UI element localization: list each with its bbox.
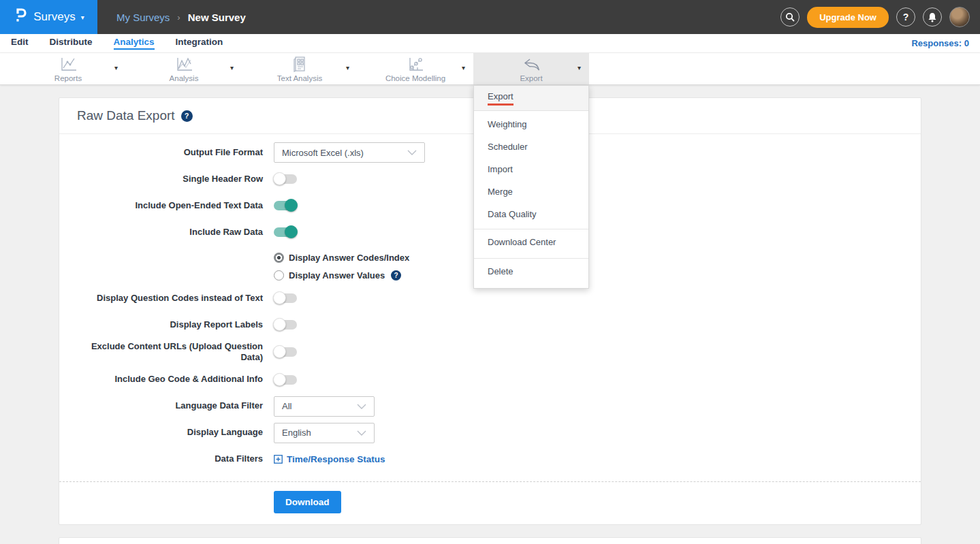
field-label: Display Question Codes instead of Text (77, 293, 263, 304)
chevron-down-icon (357, 430, 366, 436)
chevron-down-icon (357, 404, 366, 409)
radio-button-checked (274, 253, 284, 263)
display-language-row: Display Language English (77, 423, 903, 443)
export-arrow-icon (521, 56, 541, 74)
chevron-down-icon: ▾ (81, 14, 84, 21)
breadcrumb-separator: › (177, 12, 180, 22)
user-avatar[interactable] (949, 7, 970, 27)
field-label: Single Header Row (77, 174, 263, 185)
toggle-knob (273, 172, 286, 185)
page-title: Raw Data Export (77, 108, 175, 123)
question-codes-row: Display Question Codes instead of Text (77, 288, 903, 308)
menu-item-data-quality[interactable]: Data Quality (474, 203, 588, 225)
chevron-down-icon[interactable]: ▾ (230, 64, 234, 71)
display-language-select[interactable]: English (274, 423, 375, 443)
download-button[interactable]: Download (274, 491, 341, 513)
toolbar-label: Text Analysis (277, 74, 322, 82)
language-filter-row: Language Data Filter All (77, 396, 903, 417)
report-labels-row: Display Report Labels (77, 315, 903, 335)
field-label: Data Filters (77, 453, 263, 464)
questionpro-logo-icon (13, 7, 28, 27)
survey-subnav: Edit Distribute Analytics Integration Re… (0, 34, 980, 53)
menu-item-weighting[interactable]: Weighting (474, 113, 588, 135)
card-footer: Download (59, 481, 921, 524)
toggle-knob (285, 225, 298, 238)
responses-count: Responses: 0 (911, 38, 969, 48)
field-label: Output File Format (77, 147, 263, 158)
menu-item-export[interactable]: Export (474, 86, 588, 111)
question-codes-toggle[interactable] (274, 293, 297, 303)
select-value: All (282, 401, 291, 411)
plus-square-icon (274, 455, 283, 464)
help-icon[interactable]: ? (896, 7, 915, 27)
output-format-select[interactable]: Microsoft Excel (.xls) (274, 142, 425, 163)
geo-code-row: Include Geo Code & Additional Info (77, 370, 903, 390)
menu-item-import[interactable]: Import (474, 158, 588, 180)
chevron-down-icon[interactable]: ▾ (346, 64, 349, 71)
toolbar-label: Export (520, 74, 542, 82)
select-value: English (282, 428, 311, 438)
field-label: Include Geo Code & Additional Info (77, 374, 263, 385)
help-icon[interactable]: ? (181, 110, 193, 122)
geo-code-toggle[interactable] (274, 375, 297, 385)
toggle-knob (273, 291, 286, 304)
notifications-bell-icon[interactable] (923, 7, 942, 27)
document-grid-icon (289, 56, 310, 74)
export-dropdown-menu: Export Weighting Scheduler Import Merge … (473, 85, 589, 289)
scatter-trend-icon (405, 56, 426, 74)
product-switcher[interactable]: Surveys ▾ (0, 0, 97, 34)
menu-item-merge[interactable]: Merge (474, 180, 588, 203)
chevron-down-icon[interactable]: ▾ (578, 64, 581, 71)
area-chart-icon (174, 56, 194, 74)
upgrade-now-button[interactable]: Upgrade Now (807, 7, 889, 28)
single-header-toggle[interactable] (274, 174, 297, 184)
field-label: Display Report Labels (77, 319, 263, 330)
topbar-actions: Upgrade Now ? (780, 7, 980, 28)
tab-edit[interactable]: Edit (11, 37, 29, 50)
search-icon[interactable] (780, 7, 800, 27)
tab-integration[interactable]: Integration (176, 37, 223, 50)
select-value: Microsoft Excel (.xls) (282, 148, 364, 158)
chevron-down-icon (407, 150, 417, 155)
toolbar-analysis[interactable]: Analysis ▾ (126, 53, 242, 84)
raw-data-toggle[interactable] (274, 227, 297, 237)
open-ended-toggle[interactable] (274, 201, 297, 210)
toggle-knob (285, 199, 298, 212)
data-filters-row: Data Filters Time/Response Status (77, 449, 903, 470)
topbar: Surveys ▾ My Surveys › New Survey Upgrad… (0, 0, 980, 34)
menu-item-delete[interactable]: Delete (474, 258, 588, 284)
breadcrumb-my-surveys[interactable]: My Surveys (116, 12, 170, 23)
breadcrumb-current-survey: New Survey (188, 12, 246, 23)
exclude-urls-toggle[interactable] (274, 347, 297, 357)
report-labels-toggle[interactable] (274, 320, 297, 330)
chevron-down-icon[interactable]: ▾ (462, 64, 465, 71)
toolbar-choice-modelling[interactable]: Choice Modelling ▾ (358, 53, 473, 84)
tab-distribute[interactable]: Distribute (50, 37, 93, 50)
toolbar-label: Analysis (170, 74, 199, 82)
help-icon[interactable]: ? (391, 270, 401, 281)
toolbar-text-analysis[interactable]: Text Analysis ▾ (242, 53, 358, 84)
toggle-knob (273, 318, 286, 331)
tab-analytics[interactable]: Analytics (114, 37, 155, 50)
field-label: Include Raw Data (77, 227, 263, 238)
toggle-knob (273, 345, 286, 358)
radio-button (274, 270, 284, 281)
toolbar-label: Reports (54, 74, 82, 82)
field-label: Display Language (77, 427, 263, 438)
brand-label: Surveys (33, 10, 75, 24)
field-label: Language Data Filter (77, 400, 263, 411)
time-response-status-link[interactable]: Time/Response Status (274, 454, 385, 464)
menu-item-download-center[interactable]: Download Center (474, 229, 588, 255)
exclude-urls-row: Exclude Content URLs (Upload Question Da… (77, 341, 903, 364)
toolbar-reports[interactable]: Reports ▾ (10, 53, 126, 84)
language-filter-select[interactable]: All (274, 396, 375, 417)
line-chart-icon (58, 56, 78, 74)
toolbar-export[interactable]: Export ▾ (473, 53, 589, 84)
analytics-toolbar: Reports ▾ Analysis ▾ Text Analysis ▾ Cho… (0, 53, 980, 85)
menu-item-scheduler[interactable]: Scheduler (474, 135, 588, 158)
toggle-knob (273, 373, 286, 386)
breadcrumb: My Surveys › New Survey (116, 12, 246, 23)
charts-analytics-export-card: Charts & Analytics Export ? (59, 537, 921, 544)
field-label: Include Open-Ended Text Data (77, 200, 263, 211)
chevron-down-icon[interactable]: ▾ (114, 64, 118, 71)
